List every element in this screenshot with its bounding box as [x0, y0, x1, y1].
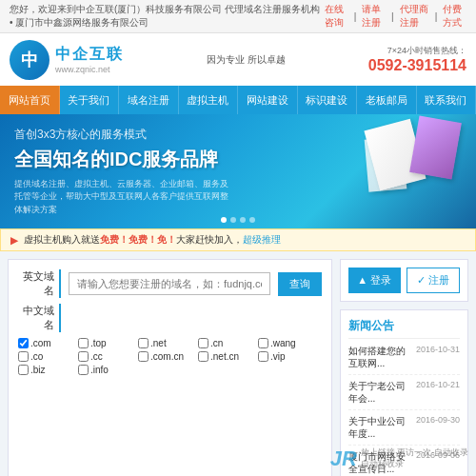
- nav-contact[interactable]: 联系我们: [417, 86, 477, 114]
- domain-row-cn: 中文域名: [18, 304, 322, 332]
- notice-link[interactable]: 超级推理: [243, 234, 281, 245]
- contact-phone: 0592-3915114: [368, 57, 466, 74]
- nav-brand[interactable]: 标识建设: [298, 86, 358, 114]
- banner-desc: 提供域名注册、虚拟主机、云服务器、企业邮箱、服务及托管等企业，帮助大中型及互联网…: [14, 178, 233, 217]
- watermark-brand: 自动秘收录: [361, 459, 468, 470]
- domain-input[interactable]: [69, 272, 270, 295]
- login-box: ▲ 登录 ✓ 注册: [340, 259, 468, 302]
- ext-netcn[interactable]: .net.cn: [198, 351, 255, 362]
- domain-label-cn: 中文域名: [18, 304, 61, 332]
- news-title-1[interactable]: 如何搭建您的互联网...: [348, 345, 412, 369]
- nav-about[interactable]: 关于我们: [60, 86, 120, 114]
- slogan-main: 因为专业 所以卓越: [207, 53, 286, 67]
- news-title: 新闻公告: [348, 318, 460, 339]
- top-bar: 您好，欢迎来到中企互联(厦门）科技服务有限公司 代理域名注册服务机构 • 厦门市…: [0, 0, 476, 33]
- logo-name: 中企互联: [55, 45, 124, 65]
- news-item-3: 关于中业公司年度... 2016-09-30: [348, 415, 460, 446]
- domain-label-en: 英文域名: [18, 269, 61, 298]
- notice-bar: ▶ 虚拟主机购入就送免费！免费！免！大家赶快加入，超级推理: [0, 228, 476, 251]
- sidebar: ▲ 登录 ✓ 注册 新闻公告 如何搭建您的互联网... 2016-10-31 关…: [340, 259, 468, 476]
- banner-subtitle: 首创3x3方核心的服务模式: [14, 127, 462, 143]
- ext-cn[interactable]: .cn: [198, 338, 255, 348]
- banner: 首创3x3方核心的服务模式 全国知名的IDC服务品牌 提供域名注册、虚拟主机、云…: [0, 114, 476, 228]
- logo-icon: 中: [10, 40, 50, 80]
- ext-com[interactable]: .com: [18, 338, 75, 348]
- header: 中 中企互联 www.zqnic.net 因为专业 所以卓越 7×24小时销售热…: [0, 33, 476, 86]
- news-title-2[interactable]: 关于宁老公司年会...: [348, 380, 412, 405]
- ext-info[interactable]: .info: [78, 365, 135, 375]
- logo-text: 中企互联 www.zqnic.net: [55, 45, 124, 74]
- login-link[interactable]: 请单注册: [362, 3, 386, 30]
- nav-domain[interactable]: 域名注册: [119, 86, 179, 114]
- domain-row-en: 英文域名 查询: [18, 269, 322, 298]
- news-date-1: 2016-10-31: [416, 345, 460, 354]
- header-contact: 7×24小时销售热线： 0592-3915114: [368, 45, 466, 74]
- login-button[interactable]: ▲ 登录: [348, 268, 401, 293]
- news-date-3: 2016-09-30: [416, 415, 460, 425]
- register-button[interactable]: ✓ 注册: [407, 268, 461, 293]
- banner-title: 全国知名的IDC服务品牌: [14, 147, 462, 172]
- notice-text: 虚拟主机购入就送免费！免费！免！大家赶快加入，超级推理: [24, 233, 466, 247]
- news-date-2: 2016-10-21: [416, 380, 460, 389]
- watermark-text: 放上链接·更访一次·自动收录 自动秘收录: [361, 447, 468, 469]
- nav-website[interactable]: 网站建设: [238, 86, 298, 114]
- ext-comcn[interactable]: .com.cn: [138, 351, 195, 362]
- nav-hosting[interactable]: 虚拟主机: [179, 86, 239, 114]
- nav-email[interactable]: 老板邮局: [357, 86, 417, 114]
- header-slogan: 因为专业 所以卓越: [207, 53, 286, 67]
- bottom-watermark: JR 放上链接·更访一次·自动收录 自动秘收录: [330, 446, 468, 471]
- agent-link[interactable]: 代理商注册: [400, 3, 429, 30]
- main-content: 英文域名 查询 中文域名 .com .top .net .cn .wang .c…: [0, 251, 476, 476]
- watermark-line1: 放上链接·更访一次·自动收录: [361, 447, 468, 459]
- ext-biz[interactable]: .biz: [18, 365, 75, 375]
- domain-section: 英文域名 查询 中文域名 .com .top .net .cn .wang .c…: [8, 259, 332, 476]
- ext-top[interactable]: .top: [78, 338, 135, 348]
- watermark-logo: JR: [330, 446, 357, 471]
- news-item-1: 如何搭建您的互联网... 2016-10-31: [348, 345, 460, 375]
- top-links: 在线咨询 | 请单注册 | 代理商注册 | 付费方式: [325, 3, 466, 30]
- banner-content: 首创3x3方核心的服务模式 全国知名的IDC服务品牌 提供域名注册、虚拟主机、云…: [0, 117, 476, 227]
- logo: 中 中企互联 www.zqnic.net: [10, 40, 124, 80]
- ext-vip[interactable]: .vip: [258, 351, 315, 362]
- ext-wang[interactable]: .wang: [258, 338, 315, 348]
- notice-icon: ▶: [10, 235, 18, 246]
- nav-home[interactable]: 网站首页: [0, 86, 60, 114]
- domain-search-button[interactable]: 查询: [278, 272, 322, 296]
- news-item-2: 关于宁老公司年会... 2016-10-21: [348, 380, 460, 410]
- ext-net[interactable]: .net: [138, 338, 195, 348]
- navigation: 网站首页 关于我们 域名注册 虚拟主机 网站建设 标识建设 老板邮局 联系我们: [0, 86, 476, 114]
- welcome-text: 您好，欢迎来到中企互联(厦门）科技服务有限公司 代理域名注册服务机构 • 厦门市…: [10, 3, 325, 30]
- news-title-3[interactable]: 关于中业公司年度...: [348, 415, 412, 440]
- domain-extensions: .com .top .net .cn .wang .co .cc .com.cn…: [18, 338, 322, 375]
- ext-cc[interactable]: .cc: [78, 351, 135, 362]
- contact-service-text: 7×24小时销售热线：: [368, 45, 466, 57]
- ext-co[interactable]: .co: [18, 351, 75, 362]
- consult-link[interactable]: 在线咨询: [325, 3, 348, 30]
- pay-link[interactable]: 付费方式: [443, 3, 466, 30]
- logo-url: www.zqnic.net: [55, 65, 124, 74]
